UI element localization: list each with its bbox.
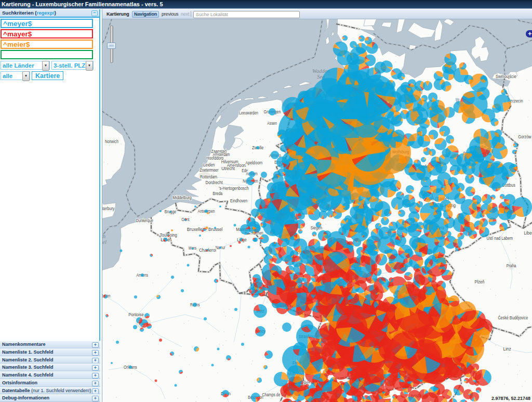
accordion-8[interactable]: Debug-Informationen+: [0, 394, 100, 402]
search-fields: [0, 19, 99, 59]
plz-select-value: 3-stell. PLZ: [54, 62, 85, 69]
zoom-slider[interactable]: [108, 25, 114, 62]
navigation-button[interactable]: Navigation: [132, 11, 159, 18]
city-label: Świnoujście: [496, 73, 516, 79]
expand-icon[interactable]: +: [92, 358, 99, 364]
city-label: Breda: [213, 191, 223, 196]
search-field-1[interactable]: [1, 19, 93, 28]
accordion-list: Namenkommentare+Namenliste 1. Suchfeld+N…: [0, 341, 100, 402]
search-field-4[interactable]: [1, 50, 93, 59]
locality-search-input[interactable]: [193, 11, 300, 18]
city-label: Leeuwarden: [239, 110, 258, 115]
country-select[interactable]: alle Länder ▼: [1, 61, 50, 70]
search-panel-header: Suchkriterien (regexp!) −: [0, 9, 99, 18]
city-label: Praha: [507, 263, 516, 268]
accordion-6[interactable]: Ortsinformation+: [0, 379, 100, 387]
sea-label: English: [102, 234, 105, 239]
accordion-1[interactable]: Namenkommentare+: [0, 341, 100, 348]
city-label: Eindhoven: [230, 198, 247, 203]
accordion-5[interactable]: Namenliste 4. Suchfeld+: [0, 371, 100, 379]
expand-icon[interactable]: +: [92, 388, 99, 394]
expand-icon[interactable]: +: [92, 365, 99, 371]
collapse-icon[interactable]: −: [91, 10, 98, 16]
city-label: Norwich: [105, 139, 118, 144]
city-label: Canterbury: [102, 206, 115, 211]
chevron-down-icon: ▼: [22, 71, 30, 81]
zoom-slider-handle[interactable]: [107, 43, 116, 49]
search-field-3[interactable]: [1, 40, 93, 49]
city-label: Dordrecht: [206, 180, 223, 185]
next-button: next: [181, 11, 189, 17]
city-label: Zoetermeer: [200, 167, 219, 173]
expand-icon[interactable]: +: [92, 342, 99, 348]
zoom-in-icon[interactable]: +: [526, 30, 532, 37]
sea-label: Channel: [102, 239, 107, 245]
accordion-2[interactable]: Namenliste 1. Suchfeld+: [0, 348, 100, 356]
search-field-2[interactable]: [1, 29, 93, 38]
kartiere-button[interactable]: Kartiere: [32, 71, 63, 80]
window-title: Kartierung - Luxemburgischer Familiennam…: [0, 0, 532, 9]
accordion-4[interactable]: Namenliste 3. Suchfeld+: [0, 364, 100, 371]
mouse-coordinates: 2.97876, 52.21748: [491, 396, 530, 401]
city-label: Gorzów Wielkopolski: [518, 134, 532, 139]
map-viewport[interactable]: NorwichCanterburyLeeuwardenGroningenAsse…: [102, 19, 532, 402]
alle-select[interactable]: alle ▼: [1, 71, 30, 80]
panel-title: Suchkriterien (regexp!): [2, 10, 56, 16]
expand-icon[interactable]: +: [92, 396, 99, 401]
search-panel: Suchkriterien (regexp!) − alle Länder ▼ …: [0, 9, 100, 341]
map-column: Kartierung Navigation previous next Norw…: [102, 9, 532, 402]
city-label: Dunkerque: [136, 218, 153, 223]
chevron-down-icon: ▼: [86, 61, 93, 71]
alle-select-value: alle: [3, 73, 12, 79]
chevron-down-icon: ▼: [42, 61, 49, 71]
city-label: Utrecht: [221, 166, 235, 171]
expand-icon[interactable]: +: [92, 381, 99, 386]
sidebar: Suchkriterien (regexp!) − alle Länder ▼ …: [0, 9, 101, 402]
toolbar-separator: [191, 11, 191, 17]
city-label: Liberec: [524, 230, 532, 236]
app-window: Kartierung - Luxemburgischer Familiennam…: [0, 0, 532, 402]
expand-icon[interactable]: +: [92, 373, 99, 379]
city-label: Assen: [267, 121, 277, 126]
city-label: Linz: [503, 346, 512, 352]
plz-select[interactable]: 3-stell. PLZ ▼: [51, 61, 94, 70]
city-label: 's-Hertogenbosch: [219, 186, 249, 191]
toolbar-title: Kartierung: [107, 11, 129, 17]
map-toolbar: Kartierung Navigation previous next: [102, 9, 532, 19]
accordion-3[interactable]: Namenliste 2. Suchfeld+: [0, 356, 100, 364]
city-label: Apeldoorn: [245, 160, 262, 165]
city-label: Ústí nad Labem: [486, 236, 513, 241]
expand-icon[interactable]: +: [92, 350, 99, 356]
country-select-value: alle Länder: [3, 62, 34, 69]
city-label: Rotterdam: [200, 174, 217, 179]
accordion-7[interactable]: Datentabelle (nur 1. Suchfeld verwenden!…: [0, 387, 100, 395]
map-canvas: NorwichCanterburyLeeuwardenGroningenAsse…: [102, 19, 532, 402]
city-label: Pontoise: [128, 312, 143, 317]
city-label: Plzeň: [475, 279, 485, 284]
city-label: Middelburg: [172, 195, 192, 200]
previous-button[interactable]: previous: [162, 11, 178, 17]
city-label: České Budějovice: [498, 315, 528, 320]
